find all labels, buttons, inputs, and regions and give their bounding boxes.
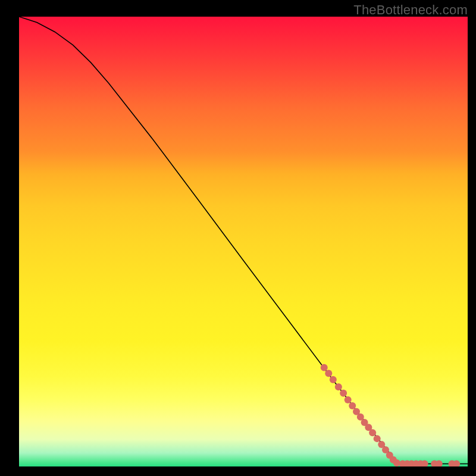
chart-container: TheBottleneck.com bbox=[0, 0, 476, 476]
data-marker bbox=[349, 402, 356, 409]
data-marker bbox=[321, 364, 328, 371]
watermark-text: TheBottleneck.com bbox=[353, 2, 468, 18]
data-marker bbox=[325, 370, 332, 377]
data-marker bbox=[374, 435, 381, 442]
chart-svg bbox=[19, 17, 468, 466]
data-markers bbox=[321, 364, 460, 466]
data-marker bbox=[335, 383, 342, 390]
plot-area bbox=[19, 17, 468, 466]
bottleneck-curve bbox=[19, 17, 468, 464]
data-marker bbox=[330, 376, 337, 383]
data-marker bbox=[369, 429, 376, 436]
data-marker bbox=[340, 390, 347, 397]
data-marker bbox=[345, 396, 352, 403]
